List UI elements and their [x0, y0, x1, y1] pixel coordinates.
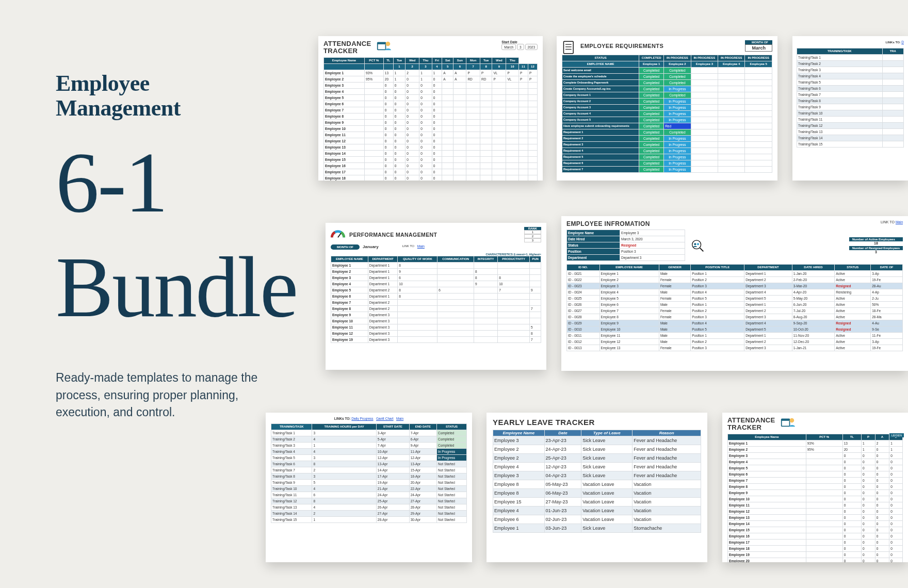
calendar-user-icon — [377, 40, 391, 52]
document-checklist-icon — [562, 40, 576, 52]
card-training-progress: LINKs TO: Daily Progress Gantt Chart Mai… — [266, 413, 472, 562]
stage: Employee Management 6-1 Bundle Ready-mad… — [0, 0, 908, 588]
info-title: EMPLOYEE INFROMATION — [566, 220, 650, 227]
calendar-user-icon-2 — [781, 417, 795, 428]
rank-2: 2 — [524, 234, 541, 238]
requirements-title: EMPLOYEE REQUIREMENTS — [580, 43, 663, 49]
start-day: 3 — [517, 44, 524, 50]
hero-big-1: 6-1 — [56, 140, 293, 225]
svg-point-2 — [385, 42, 390, 46]
attendance-title: ATTENDANCE TRACKER — [323, 40, 371, 54]
month-of-label: MONTH OF — [745, 40, 772, 44]
card-employee-information: EMPLOYEE INFROMATION LINK TO Main Employ… — [561, 216, 908, 371]
links-to-label: LINKs TO: — [885, 41, 900, 44]
gauge-icon — [331, 229, 345, 240]
attendance-small-title: ATTENDANCE TRACKER — [727, 417, 775, 431]
leave-table: Employee NameDateType of LeaveReasonEmpl… — [493, 430, 701, 533]
gantt-chart-link[interactable]: Gantt Chart — [376, 417, 394, 420]
main-link[interactable]: Main — [417, 244, 425, 250]
perf-month: January — [363, 244, 379, 250]
active-count-label: Number of Active Employees — [849, 237, 903, 241]
active-count: 18 — [849, 241, 903, 245]
daily-progress-link[interactable]: Daily Progress — [351, 417, 373, 420]
svg-line-7 — [338, 233, 341, 237]
card-employee-requirements: EMPLOYEE REQUIREMENTS MONTH OF March STA… — [557, 36, 777, 181]
card-yearly-leave-tracker: YEARLY LEAVE TRACKER Employee NameDateTy… — [487, 413, 707, 562]
requirements-month: March — [745, 44, 772, 52]
leave-title: YEARLY LEAVE TRACKER — [493, 418, 701, 427]
hero-big-2: Bundle — [56, 244, 293, 330]
performance-table: CHARACTERISTICS (Lowest=1, HIghest=EMPLO… — [331, 253, 541, 343]
svg-point-8 — [692, 240, 701, 249]
svg-point-10 — [694, 243, 696, 245]
svg-rect-13 — [782, 421, 789, 426]
month-of-pill: MONTH OF — [331, 244, 360, 250]
card-attendance-tracker: ATTENDANCE TRACKER Start Date March 3 20… — [318, 36, 543, 181]
card-performance-management: PERFORMANCE MANAGEMENT RANK 1 2 3 MONTH … — [326, 223, 546, 370]
performance-title: PERFORMANCE MANAGEMENT — [349, 232, 437, 238]
attendance-small-table: Employee NamePCT %TLPALEmployee 193%1312… — [727, 434, 903, 562]
magnifier-people-icon — [690, 239, 706, 252]
training-bottom-table: TRAINING/TASKTRAINING HOURS per DAYSTART… — [271, 423, 467, 523]
info-table: ID NO.EMPLOYEE NAMEGENDERPOSITION TITLED… — [566, 264, 903, 351]
link-to-label: LINK TO — [402, 244, 414, 250]
hero-subtitle: Ready-made templates to manage the proce… — [56, 369, 278, 421]
main-link-2[interactable]: Main — [396, 417, 403, 420]
svg-rect-3 — [564, 41, 574, 53]
hero-text-block: Employee Management 6-1 Bundle Ready-mad… — [56, 71, 293, 421]
resigned-count-label: Number of Resigned Employees — [849, 246, 903, 250]
resigned-count: 3 — [849, 250, 903, 254]
training-links-label: LINKs TO: — [334, 417, 351, 420]
hero-small-title-1: Employee — [56, 71, 293, 96]
info-main-link[interactable]: Main — [896, 220, 903, 224]
hero-small-title-2: Management — [56, 96, 293, 121]
attendance-table: Employee NamePCT %TLTueWedThuFriSatSunMo… — [323, 57, 538, 181]
svg-point-14 — [789, 418, 794, 423]
card-training-peek: LINKs TO: D TRAINING/TASKTRATraining/Tas… — [792, 36, 908, 181]
rank-1: 1 — [524, 230, 541, 234]
training-top-table: TRAINING/TASKTRATraining/Task 1Training/… — [797, 48, 904, 148]
start-year: 2023 — [525, 44, 538, 50]
svg-line-9 — [700, 248, 704, 251]
start-month: March — [501, 44, 516, 50]
info-linkto: LINK TO — [881, 220, 895, 224]
svg-point-11 — [697, 243, 699, 245]
card-attendance-small: ATTENDANCE TRACKER Employee NamePCT %TLP… — [722, 413, 908, 562]
start-date-label: Start Date — [501, 40, 538, 44]
svg-rect-1 — [378, 44, 385, 50]
rank-3: 3 — [524, 238, 541, 242]
requirements-table: STATUSCOMPLETEDIN PROGRESSIN PROGRESSIN … — [562, 55, 772, 173]
